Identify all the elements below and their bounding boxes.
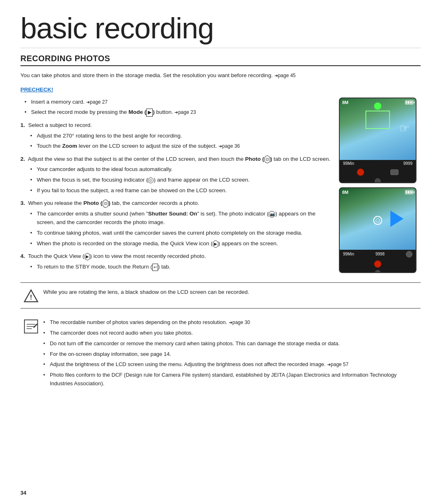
precheck-link[interactable]: PRECHECK! [20,87,421,93]
step-3-sub-3: When the photo is recorded on the storag… [30,239,331,248]
step-1-num: 1. [20,122,25,128]
battery-bar [411,101,412,104]
step-4-num: 4. [20,253,25,259]
ref-30: page 30 [229,319,250,326]
step-2-sub-bullets: Your camcorder adjusts to the ideal focu… [20,165,331,195]
step-1-sub-bullets: Adjust the 270° rotating lens to the bes… [20,131,331,151]
camera-screen-1: 8M ☞ 99Min 9999 [339,98,416,183]
focus-circle [374,102,381,110]
note-bullet-1: The recordable number of photos varies d… [43,318,417,327]
step-4-text: Touch the Quick View (▶) icon to view th… [28,253,206,259]
step-3: 3. When you release the Photo (⊙) tab, t… [20,199,331,248]
step-4-sub-bullets: To return to the STBY mode, touch the Re… [20,262,331,271]
cam-info-row-2: 99Min 9998 [340,250,416,259]
camera-label-1: 8M [342,100,348,105]
step-2-sub-1: Your camcorder adjusts to the ideal focu… [30,165,331,174]
step-1-text: Select a subject to record. [28,122,92,128]
cam-record-btn-1[interactable] [357,169,364,176]
camera-label-2: 8M [342,190,348,195]
photo-tab-icon: ⊙ [264,155,270,164]
battery-icon-2 [405,190,413,194]
step-3-sub-2: To continue taking photos, wait until th… [30,229,331,238]
svg-text:!: ! [30,293,32,301]
step-2-num: 2. [20,156,25,162]
content-area: Insert a memory card. page 27 Select the… [20,98,421,275]
photo-icon [373,216,382,225]
quick-view-icon: ▶ [213,240,218,248]
mode-button-icon: ▶ [146,109,153,117]
cam-count-2: 9998 [376,252,385,256]
step-3-text: When you release the Photo (⊙) tab, the … [28,200,199,206]
focus-indicator-icon: ⊙ [148,178,154,183]
section-title: RECORDING PHOTOS [20,54,421,66]
camera-bottom-bar-1: 99Min 9999 [340,160,416,182]
cam-time-2: 99Min [343,252,354,256]
battery-bar [406,101,407,104]
intro-text: You can take photos and store them in th… [20,71,421,80]
warning-box: ! While you are rotating the lens, a bla… [20,282,421,309]
text-column: Insert a memory card. page 27 Select the… [20,98,331,275]
page-number: 34 [20,490,26,496]
note-box: The recordable number of photos varies d… [20,314,421,394]
quick-view-icon-2: ▶ [85,253,90,260]
page-title: basic recording [20,12,421,44]
note-bullet-2: The camcorder does not record audio when… [43,329,417,337]
step-1-sub-1: Adjust the 270° rotating lens to the bes… [30,131,331,140]
step-3-num: 3. [20,200,25,206]
battery-bar [410,101,411,104]
precheck-bullet-1: Insert a memory card. page 27 [24,98,331,107]
step-1: 1. Select a subject to record. Adjust th… [20,121,331,151]
camera-top-bar-2: 8M [342,190,413,195]
camera-bottom-bar-2: 99Min 9998 [340,250,416,272]
ref-27: page 27 [86,98,107,106]
battery-bar [406,191,407,193]
cam-count-1: 9999 [403,161,412,166]
cam-record-btn-2[interactable] [374,260,381,268]
photo-indicator-icon: 📷 [269,211,275,218]
step-2-sub-3: If you fail to focus the subject, a red … [30,186,331,195]
battery-bar [410,191,411,193]
battery-bar [408,191,409,193]
ref-23: page 23 [174,109,196,116]
cam-btn-small-2[interactable] [375,270,381,273]
step-2: 2. Adjust the view so that the subject i… [20,155,331,195]
cam-btn-small-1[interactable] [375,178,381,183]
hand-cursor-icon: ☞ [399,122,410,135]
warning-text: While you are rotating the lens, a black… [43,288,249,297]
note-bullet-5: Adjust the brightness of the LCD screen … [43,360,417,369]
battery-icon-1 [405,100,413,104]
step-2-sub-2: When the focus is set, the focusing indi… [30,175,331,184]
cam-info-row-1: 99Min 9999 [340,160,416,167]
note-bullet-6: Photo files conform to the DCF (Design r… [43,371,417,388]
focus-rect [365,111,390,129]
note-bullet-3: Do not turn off the camcorder or remove … [43,340,417,348]
title-rule [20,48,421,48]
note-bullets-list: The recordable number of photos varies d… [43,318,417,390]
ref-36: page 36 [218,142,240,150]
play-arrow-icon [390,211,403,227]
cam-time-1: 99Min [343,161,354,166]
camera-viewfinder-2: 8M [340,188,416,251]
camera-viewfinder-1: 8M ☞ [340,98,416,162]
precheck-bullets: Insert a memory card. page 27 Select the… [20,98,331,117]
warning-triangle-icon: ! [24,289,38,303]
return-icon: ↩ [152,264,158,271]
step-4: 4. Touch the Quick View (▶) icon to view… [20,252,331,271]
ref-57: page 57 [327,361,348,369]
photo-icon-inner [376,218,380,222]
cam-btn-count[interactable] [406,251,412,258]
page-ref-45: page 45 [274,72,296,80]
battery-bar [411,191,412,193]
step-2-text: Adjust the view so that the subject is a… [28,156,330,162]
step-1-sub-2: Touch the Zoom lever on the LCD screen t… [30,142,331,151]
note-pencil-icon [24,319,38,334]
note-bullet-4: For the on-screen display information, s… [43,350,417,359]
image-column: 8M ☞ 99Min 9999 [339,98,421,275]
step-4-sub-1: To return to the STBY mode, touch the Re… [30,262,331,271]
step-3-sub-bullets: The camcorder emits a shutter sound (whe… [20,209,331,248]
battery-bar [408,101,409,104]
camera-screen-2: 8M 99Min 9998 [339,187,416,273]
precheck-bullet-2: Select the record mode by pressing the M… [24,108,331,117]
step-3-sub-1: The camcorder emits a shutter sound (whe… [30,209,331,227]
cam-zoom-btn-1[interactable] [390,169,399,175]
